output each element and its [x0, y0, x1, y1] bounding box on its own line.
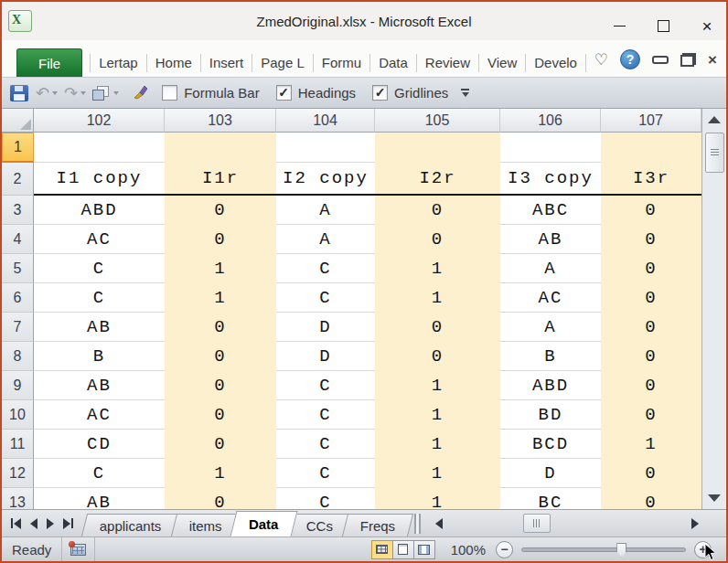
cell-r2-c103[interactable]: I1r	[165, 163, 276, 196]
cell-r1-c107[interactable]	[601, 133, 701, 163]
close-window-icon[interactable]: ×	[708, 53, 717, 67]
cell-r6-c105[interactable]: 1	[375, 283, 500, 313]
redo-icon[interactable]: ↷	[64, 85, 78, 101]
cell-r13-c106[interactable]: BC	[500, 488, 601, 509]
row-header-10[interactable]: 10	[2, 400, 34, 430]
cell-r6-c104[interactable]: C	[276, 283, 375, 313]
ribbon-tab-lertap[interactable]: Lertap	[90, 54, 146, 72]
checkbox-icon-formula-bar[interactable]	[162, 85, 177, 101]
cell-r6-c102[interactable]: C	[34, 283, 165, 313]
column-header-102[interactable]: 102	[34, 109, 165, 133]
ribbon-tab-develo[interactable]: Develo	[525, 54, 585, 72]
cell-r4-c105[interactable]: 0	[375, 225, 500, 254]
column-header-103[interactable]: 103	[165, 109, 276, 133]
cell-r9-c102[interactable]: AB	[34, 371, 165, 400]
ribbon-tab-page-l[interactable]: Page L	[252, 54, 313, 72]
cell-r4-c104[interactable]: A	[276, 225, 375, 254]
cell-r2-c104[interactable]: I2 copy	[276, 163, 375, 196]
row-header-8[interactable]: 8	[2, 342, 34, 371]
toolbar-toggle-formula-bar[interactable]: Formula Bar	[162, 85, 260, 101]
previous-sheet-icon[interactable]	[30, 518, 37, 529]
hscroll-right-icon[interactable]	[691, 518, 699, 529]
cell-r11-c104[interactable]: C	[276, 430, 375, 459]
cell-r13-c105[interactable]: 1	[375, 488, 500, 509]
checkbox-icon-gridlines[interactable]: ✓	[372, 85, 388, 101]
cell-r3-c103[interactable]: 0	[165, 196, 276, 225]
column-header-105[interactable]: 105	[375, 109, 500, 133]
cell-r9-c107[interactable]: 0	[601, 371, 701, 400]
cell-r11-c105[interactable]: 1	[375, 430, 500, 459]
row-header-1[interactable]: 1	[2, 133, 34, 163]
heart-icon[interactable]: ♡	[594, 50, 608, 69]
cell-r12-c102[interactable]: C	[34, 459, 165, 488]
cell-r5-c105[interactable]: 1	[375, 254, 500, 283]
arrange-windows-icon[interactable]	[92, 86, 109, 101]
row-header-5[interactable]: 5	[2, 254, 34, 283]
cell-r2-c105[interactable]: I2r	[375, 163, 500, 196]
cell-r12-c105[interactable]: 1	[375, 459, 500, 488]
cell-r8-c102[interactable]: B	[34, 342, 165, 371]
cell-r3-c107[interactable]: 0	[601, 196, 701, 225]
save-icon[interactable]	[10, 85, 28, 101]
ribbon-tab-home[interactable]: Home	[146, 54, 200, 72]
tab-splitter[interactable]	[414, 514, 421, 534]
cell-r5-c106[interactable]: A	[500, 254, 601, 283]
cell-r5-c107[interactable]: 0	[601, 254, 701, 283]
vertical-scrollbar[interactable]	[701, 109, 726, 509]
row-header-6[interactable]: 6	[2, 283, 34, 313]
sheet-tab-freqs[interactable]: Freqs	[342, 514, 414, 536]
redo-dropdown-icon[interactable]	[80, 91, 86, 95]
cell-r3-c104[interactable]: A	[276, 196, 375, 225]
toolbar-toggle-gridlines[interactable]: ✓Gridlines	[372, 85, 448, 101]
cell-r8-c104[interactable]: D	[276, 342, 375, 371]
ribbon-tab-review[interactable]: Review	[416, 54, 478, 72]
cell-r4-c102[interactable]: AC	[34, 225, 165, 254]
cell-r11-c102[interactable]: CD	[34, 430, 165, 459]
row-header-4[interactable]: 4	[2, 225, 34, 254]
cell-r8-c103[interactable]: 0	[165, 342, 276, 371]
page-break-view-icon[interactable]	[413, 540, 435, 559]
zoom-slider-thumb[interactable]	[616, 543, 626, 558]
cell-r2-c102[interactable]: I1 copy	[34, 163, 165, 196]
sheet-tab-applicants[interactable]: applicants	[81, 514, 180, 536]
row-header-13[interactable]: 13	[2, 488, 34, 509]
ribbon-tab-data[interactable]: Data	[369, 54, 416, 72]
cell-r12-c107[interactable]: 0	[601, 459, 701, 488]
cell-r13-c107[interactable]: 0	[601, 488, 701, 509]
cell-r4-c106[interactable]: AB	[500, 225, 601, 254]
cell-r7-c104[interactable]: D	[276, 313, 375, 342]
cell-r11-c107[interactable]: 1	[601, 430, 701, 459]
cell-r6-c103[interactable]: 1	[165, 283, 276, 313]
column-header-104[interactable]: 104	[276, 109, 375, 133]
restore-window-icon[interactable]	[680, 53, 696, 67]
cell-r12-c104[interactable]: C	[276, 459, 375, 488]
horizontal-scroll-thumb[interactable]	[523, 514, 551, 533]
record-macro-button[interactable]	[62, 537, 94, 561]
minimize-window-icon[interactable]	[652, 56, 669, 64]
cell-r7-c106[interactable]: A	[500, 313, 601, 342]
cell-r5-c103[interactable]: 1	[165, 254, 276, 283]
cell-r5-c104[interactable]: C	[276, 254, 375, 283]
close-icon[interactable]: ×	[697, 16, 717, 36]
scroll-down-icon[interactable]	[708, 494, 721, 502]
cell-r10-c106[interactable]: BD	[500, 400, 601, 430]
cell-r4-c103[interactable]: 0	[165, 225, 276, 254]
cell-r10-c102[interactable]: AC	[34, 400, 165, 430]
row-header-12[interactable]: 12	[2, 459, 34, 488]
cell-r1-c106[interactable]	[500, 133, 601, 163]
column-header-107[interactable]: 107	[601, 109, 701, 133]
cell-r1-c104[interactable]	[276, 133, 375, 163]
sheet-tab-data[interactable]: Data	[230, 511, 297, 536]
scroll-up-icon[interactable]	[708, 109, 721, 131]
cell-r4-c107[interactable]: 0	[601, 225, 701, 254]
row-header-11[interactable]: 11	[2, 430, 34, 459]
zoom-slider[interactable]	[521, 547, 686, 552]
cell-r6-c106[interactable]: AC	[500, 283, 601, 313]
cell-r9-c103[interactable]: 0	[165, 371, 276, 400]
zoom-out-icon[interactable]: −	[496, 541, 513, 558]
help-icon[interactable]: ?	[620, 49, 640, 69]
cell-r9-c104[interactable]: C	[276, 371, 375, 400]
arrange-windows-dropdown-icon[interactable]	[113, 91, 119, 95]
first-sheet-icon[interactable]	[11, 518, 21, 529]
cell-r9-c105[interactable]: 1	[375, 371, 500, 400]
